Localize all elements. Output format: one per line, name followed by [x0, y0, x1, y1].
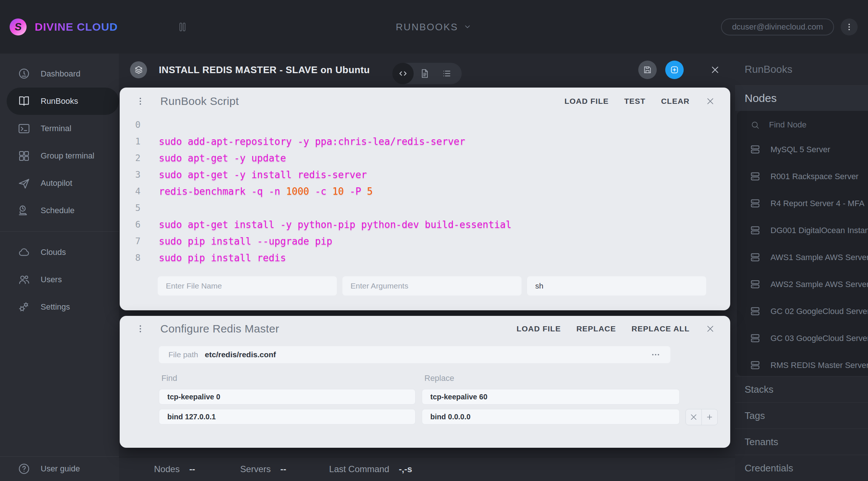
- sidebar-item-label: Schedule: [41, 206, 75, 215]
- arguments-input[interactable]: [342, 276, 522, 296]
- server-icon: [749, 359, 761, 371]
- sidebar-item-label: Users: [41, 275, 62, 284]
- line-number: 1: [135, 136, 159, 147]
- node-item-dg001-digitalocean-instance[interactable]: DG001 DigitalOcean Instance: [737, 217, 868, 244]
- panel-kebab-icon[interactable]: [135, 96, 146, 106]
- sidebar-item-schedule[interactable]: Schedule: [0, 197, 119, 224]
- cloud-icon: [17, 246, 31, 259]
- find-replace-row: [159, 409, 730, 425]
- code-line[interactable]: 4redis-benchmark -q -n 1000 -c 10 -P 5: [120, 183, 730, 199]
- replace-input[interactable]: [422, 409, 680, 424]
- code-line[interactable]: 7sudo pip install --upgrade pip: [120, 233, 730, 249]
- plus-square-icon: [669, 65, 680, 75]
- sidebar-item-label: Dashboard: [41, 69, 81, 79]
- add-step-button[interactable]: [665, 61, 684, 79]
- sidebar-item-clouds[interactable]: Clouds: [0, 239, 119, 266]
- line-number: 2: [135, 153, 159, 163]
- user-menu-button[interactable]: [841, 18, 858, 35]
- remove-row-button[interactable]: [686, 409, 702, 425]
- sidebar-item-group-terminal[interactable]: Group terminal: [0, 142, 119, 170]
- sidebar-item-autopilot[interactable]: Autopilot: [0, 170, 119, 197]
- x-icon: [689, 412, 698, 422]
- server-icon: [749, 144, 761, 155]
- code-line[interactable]: 0: [120, 116, 730, 133]
- code-line[interactable]: 5: [120, 199, 730, 216]
- find-input[interactable]: [159, 409, 416, 424]
- left-sidebar: DashboardRunBooksTerminalGroup terminalA…: [0, 54, 119, 481]
- sidebar-item-label: Clouds: [41, 248, 66, 257]
- section-tags[interactable]: Tags: [735, 402, 868, 429]
- sidebar-item-users[interactable]: Users: [0, 266, 119, 293]
- close-configure-panel-icon[interactable]: [705, 324, 715, 334]
- sidebar-item-settings[interactable]: Settings: [0, 293, 119, 321]
- gears-icon: [17, 300, 31, 314]
- sidebar-item-label: RunBooks: [41, 96, 78, 106]
- sidebar-item-runbooks[interactable]: RunBooks: [7, 88, 119, 115]
- sidebar-item-label: User guide: [41, 464, 80, 474]
- find-node-input[interactable]: [769, 120, 858, 130]
- node-item-r001-rackspace-server[interactable]: R001 Rackspace Server: [737, 163, 868, 190]
- servers-status-label: Servers: [240, 464, 271, 474]
- code-line[interactable]: 2sudo apt-get -y update: [120, 150, 730, 166]
- code-text: sudo apt-get -y install redis-server: [159, 169, 367, 180]
- close-script-panel-icon[interactable]: [705, 96, 715, 106]
- test-button[interactable]: TEST: [624, 97, 646, 106]
- runbook-content: RunBook Script LOAD FILETESTCLEAR 01sudo…: [119, 86, 735, 457]
- node-label: GC 02 GoogleCloud Server In...: [770, 307, 868, 316]
- file-path-browse-icon[interactable]: [650, 349, 661, 360]
- code-line[interactable]: 3sudo apt-get -y install redis-server: [120, 166, 730, 183]
- clear-button[interactable]: CLEAR: [661, 97, 690, 106]
- file-path-field[interactable]: File path etc/redis/redis.conf: [159, 346, 670, 363]
- find-input[interactable]: [159, 389, 416, 405]
- last-command-label: Last Command: [329, 464, 389, 474]
- replace-button[interactable]: REPLACE: [576, 324, 616, 333]
- sidebar-item-terminal[interactable]: Terminal: [0, 115, 119, 142]
- node-item-rms-redis-master-server[interactable]: RMS REDIS Master Server: [737, 352, 868, 376]
- code-line[interactable]: 8sudo pip install redis: [120, 249, 730, 266]
- script-editor[interactable]: 01sudo add-apt-repository -y ppa:chris-l…: [120, 115, 730, 266]
- server-icon: [749, 252, 761, 263]
- sidebar-item-user-guide[interactable]: User guide: [0, 457, 119, 481]
- node-item-gc-02-googlecloud-server-in[interactable]: GC 02 GoogleCloud Server In...: [737, 298, 868, 325]
- node-item-r4-report-server-4-mfa[interactable]: R4 Report Server 4 - MFA: [737, 190, 868, 217]
- shell-input[interactable]: [527, 276, 706, 296]
- node-item-gc-03-googlecloud-server-in[interactable]: GC 03 GoogleCloud Server In...: [737, 325, 868, 352]
- user-email-pill[interactable]: dcuser@divinecloud.com: [721, 18, 834, 35]
- terminal-icon: [17, 122, 31, 135]
- section-runbooks[interactable]: RunBooks: [735, 54, 868, 86]
- file-path-value: etc/redis/redis.conf: [205, 350, 276, 359]
- load-file-button[interactable]: LOAD FILE: [564, 97, 609, 106]
- find-replace-row: [159, 389, 730, 405]
- section-nodes[interactable]: Nodes: [735, 86, 868, 111]
- row-actions: [686, 409, 718, 425]
- nodes-status-value: --: [189, 464, 195, 474]
- section-stacks[interactable]: Stacks: [735, 376, 868, 402]
- replace-input[interactable]: [422, 389, 680, 405]
- section-credentials[interactable]: Credentials: [735, 455, 868, 481]
- status-bar: Nodes -- Servers -- Last Command -,-s: [119, 457, 735, 481]
- servers-status-value: --: [280, 464, 286, 474]
- section-tenants[interactable]: Tenants: [735, 429, 868, 455]
- view-code-button[interactable]: [392, 63, 414, 84]
- node-item-aws2-sample-aws-server[interactable]: AWS2 Sample AWS Server: [737, 271, 868, 298]
- node-item-aws1-sample-aws-server[interactable]: AWS1 Sample AWS Server: [737, 244, 868, 271]
- file-name-input[interactable]: [158, 276, 337, 296]
- close-runbook-icon[interactable]: [710, 64, 721, 75]
- view-list-button[interactable]: [436, 63, 458, 84]
- question-circle-icon: [17, 462, 31, 475]
- script-panel-header: RunBook Script LOAD FILETESTCLEAR: [120, 88, 730, 115]
- sidebar-item-dashboard[interactable]: Dashboard: [0, 60, 119, 88]
- brand-name: DIVINE CLOUD: [35, 21, 118, 33]
- code-line[interactable]: 6sudo apt-get install -y python-pip pyth…: [120, 216, 730, 233]
- load-file-button[interactable]: LOAD FILE: [517, 324, 561, 333]
- replace-all-button[interactable]: REPLACE ALL: [632, 324, 690, 333]
- panel-kebab-icon[interactable]: [135, 324, 146, 334]
- view-document-button[interactable]: [414, 63, 436, 84]
- save-runbook-button[interactable]: [638, 61, 657, 79]
- code-line[interactable]: 1sudo add-apt-repository -y ppa:chris-le…: [120, 133, 730, 150]
- context-switcher[interactable]: RUNBOOKS: [396, 21, 472, 33]
- add-row-button[interactable]: [701, 409, 718, 425]
- server-icon: [749, 279, 761, 290]
- node-item-mysql-5-server[interactable]: MySQL 5 Server: [737, 136, 868, 163]
- pause-icon[interactable]: [176, 21, 189, 33]
